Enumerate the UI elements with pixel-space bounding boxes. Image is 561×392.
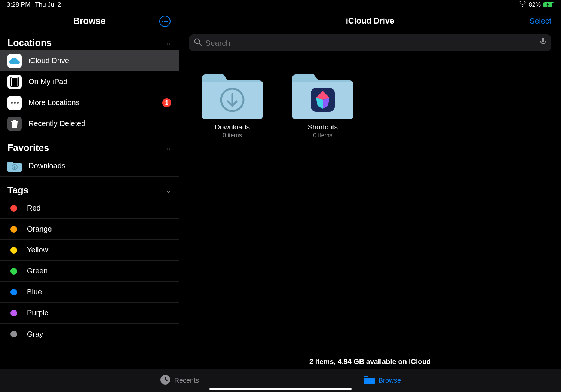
- sidebar-item-label: Recently Deleted: [28, 119, 171, 128]
- ipad-icon: [7, 75, 22, 89]
- sidebar-tag-orange[interactable]: Orange: [0, 219, 179, 240]
- svg-rect-3: [14, 123, 15, 127]
- section-tags-header[interactable]: Tags ⌄: [0, 177, 179, 198]
- main-panel: iCloud Drive Select Downloads0 itemsShor…: [179, 10, 561, 369]
- svg-rect-4: [16, 123, 16, 127]
- tag-dot-icon: [10, 226, 17, 233]
- sidebar-tag-purple[interactable]: Purple: [0, 303, 179, 324]
- badge-count: 1: [162, 98, 171, 107]
- folder-shortcuts[interactable]: Shortcuts0 items: [292, 71, 353, 139]
- sidebar-tag-red[interactable]: Red: [0, 198, 179, 219]
- tag-label: Green: [27, 267, 171, 275]
- favorites-title: Favorites: [7, 143, 49, 153]
- status-bar: 3:28 PM Thu Jul 2 82%: [0, 0, 561, 10]
- tab-browse[interactable]: Browse: [364, 375, 401, 386]
- icloud-icon: [7, 54, 22, 68]
- section-locations-header[interactable]: Locations ⌄: [0, 32, 179, 50]
- tag-label: Gray: [27, 330, 171, 339]
- tag-label: Red: [27, 204, 171, 212]
- svg-rect-8: [542, 38, 544, 42]
- sidebar-item-recently-deleted[interactable]: Recently Deleted: [0, 113, 179, 134]
- tag-label: Yellow: [27, 246, 171, 254]
- sidebar: Browse Locations ⌄ iCloud Drive On My iP…: [0, 10, 179, 369]
- home-indicator[interactable]: [209, 388, 352, 390]
- tab-label: Browse: [378, 377, 401, 385]
- sidebar-tag-gray[interactable]: Gray: [0, 324, 179, 344]
- folder-name: Shortcuts: [308, 123, 338, 131]
- sidebar-item-icloud-drive[interactable]: iCloud Drive: [0, 50, 179, 71]
- section-favorites-header[interactable]: Favorites ⌄: [0, 134, 179, 156]
- tag-label: Orange: [27, 225, 171, 233]
- battery-pct: 82%: [529, 1, 541, 8]
- folder-icon: [202, 71, 263, 119]
- sidebar-item-more-locations[interactable]: More Locations 1: [0, 92, 179, 113]
- ellipsis-icon: [7, 96, 22, 110]
- mic-icon[interactable]: [540, 38, 546, 48]
- storage-status: 2 items, 4.94 GB available on iCloud: [179, 358, 561, 366]
- tag-label: Blue: [27, 288, 171, 296]
- tab-recents[interactable]: Recents: [160, 374, 199, 387]
- folder-icon: [292, 71, 353, 119]
- tag-dot-icon: [10, 268, 17, 275]
- sidebar-item-label: Downloads: [28, 162, 171, 170]
- tag-label: Purple: [27, 309, 171, 317]
- svg-rect-2: [13, 123, 14, 127]
- tag-dot-icon: [10, 289, 17, 295]
- select-button[interactable]: Select: [530, 16, 551, 25]
- sidebar-tag-yellow[interactable]: Yellow: [0, 240, 179, 261]
- tags-title: Tags: [7, 185, 29, 196]
- svg-line-7: [199, 43, 201, 45]
- search-icon: [194, 38, 202, 48]
- battery-icon: [543, 2, 554, 7]
- sidebar-tag-blue[interactable]: Blue: [0, 282, 179, 303]
- tag-dot-icon: [10, 205, 17, 212]
- search-input[interactable]: [205, 39, 536, 48]
- downloads-folder-icon: [7, 159, 22, 173]
- sidebar-item-label: On My iPad: [28, 77, 171, 86]
- tag-dot-icon: [10, 247, 17, 254]
- tag-dot-icon: [10, 331, 17, 337]
- chevron-down-icon: ⌄: [166, 186, 171, 195]
- svg-rect-12: [364, 377, 375, 378]
- chevron-down-icon: ⌄: [166, 144, 171, 152]
- tab-label: Recents: [174, 377, 199, 385]
- page-title: iCloud Drive: [346, 16, 395, 26]
- sidebar-title: Browse: [73, 16, 106, 26]
- search-field[interactable]: [189, 34, 551, 51]
- status-time: 3:28 PM: [7, 1, 30, 9]
- folder-subtitle: 0 items: [313, 132, 332, 139]
- chevron-down-icon: ⌄: [166, 39, 171, 47]
- folder-downloads[interactable]: Downloads0 items: [202, 71, 263, 139]
- sidebar-tag-green[interactable]: Green: [0, 261, 179, 282]
- wifi-icon: [518, 1, 527, 9]
- svg-rect-1: [12, 78, 18, 86]
- more-options-button[interactable]: [159, 16, 171, 27]
- status-date: Thu Jul 2: [35, 1, 61, 9]
- folder-icon: [364, 375, 375, 386]
- sidebar-item-on-my-ipad[interactable]: On My iPad: [0, 71, 179, 92]
- locations-title: Locations: [7, 37, 52, 48]
- clock-icon: [160, 374, 171, 387]
- tag-dot-icon: [10, 310, 17, 316]
- sidebar-item-label: More Locations: [28, 98, 156, 107]
- trash-icon: [7, 117, 22, 131]
- sidebar-item-downloads[interactable]: Downloads: [0, 156, 179, 177]
- folder-name: Downloads: [215, 123, 250, 131]
- sidebar-item-label: iCloud Drive: [28, 56, 171, 65]
- folder-subtitle: 0 items: [223, 132, 242, 139]
